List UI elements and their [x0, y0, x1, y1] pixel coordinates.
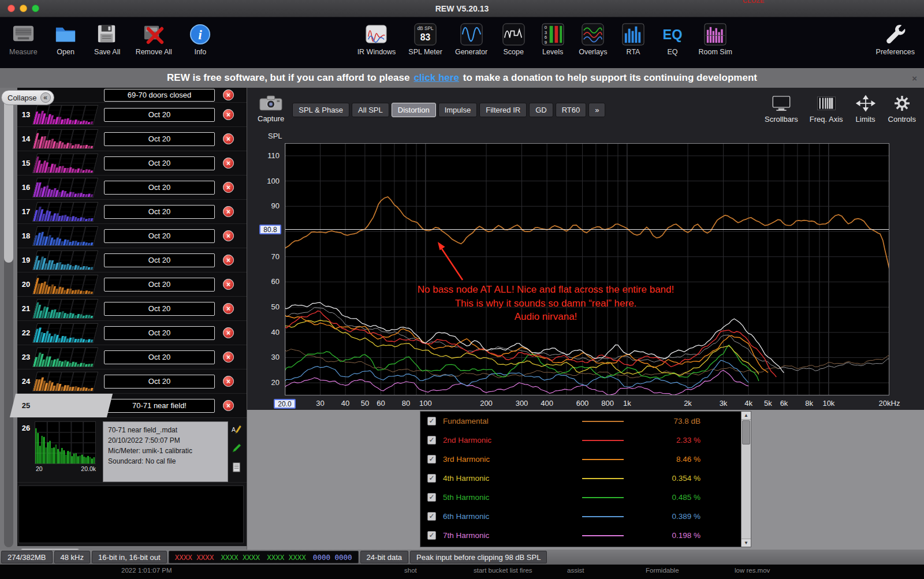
- delete-measurement-button[interactable]: ×: [223, 279, 234, 290]
- measurement-row-17[interactable]: 17Oct 20×: [17, 200, 247, 224]
- measurement-name-field[interactable]: Oct 20: [104, 375, 215, 389]
- checkbox-checked-icon[interactable]: ✓: [427, 417, 436, 425]
- measurement-name-field[interactable]: Oct 20: [104, 108, 215, 122]
- delete-measurement-button[interactable]: ×: [223, 206, 234, 217]
- toolbar-open[interactable]: Open: [53, 21, 79, 56]
- delete-measurement-button[interactable]: ×: [223, 303, 234, 314]
- checkbox-checked-icon[interactable]: ✓: [427, 455, 436, 464]
- toolbar-label: Info: [194, 48, 206, 56]
- measurement-name-field[interactable]: Oct 20: [104, 181, 215, 195]
- toolbar-overlays[interactable]: Overlays: [579, 21, 607, 56]
- legend-row-5th-harmonic[interactable]: ✓5th Harmonic0.485 %: [420, 488, 741, 507]
- legend-row-4th-harmonic[interactable]: ✓4th Harmonic0.354 %: [420, 469, 741, 488]
- measurement-row-14[interactable]: 14Oct 20×: [17, 127, 247, 151]
- checkbox-checked-icon[interactable]: ✓: [427, 531, 436, 540]
- toolbar-ir-windows[interactable]: IR Windows: [357, 21, 396, 56]
- delete-measurement-button[interactable]: ×: [223, 352, 234, 363]
- measurement-row-13[interactable]: 13Oct 20×: [17, 103, 247, 127]
- scrollbars-button[interactable]: Scrollbars: [765, 95, 798, 124]
- measurement-row-21[interactable]: 21Oct 20×: [17, 297, 247, 321]
- checkbox-checked-icon[interactable]: ✓: [427, 493, 436, 502]
- limits-button[interactable]: Limits: [855, 95, 877, 124]
- toolbar-info[interactable]: iInfo: [187, 21, 214, 56]
- measurement-row-22[interactable]: 22Oct 20×: [17, 321, 247, 345]
- measurement-name-field[interactable]: 69-70 doors closed: [104, 89, 215, 102]
- measurement-name-field[interactable]: Oct 20: [104, 350, 215, 364]
- delete-measurement-button[interactable]: ×: [223, 255, 234, 266]
- measurement-row-16[interactable]: 16Oct 20×: [17, 175, 247, 200]
- tab-distortion[interactable]: Distortion: [392, 103, 436, 117]
- close-window-button[interactable]: [8, 5, 15, 12]
- toolbar-rta[interactable]: RTA: [620, 21, 647, 56]
- scroll-down-icon[interactable]: ▼: [742, 539, 751, 547]
- measurement-name-field[interactable]: Oct 20: [104, 205, 215, 219]
- tab-rt60[interactable]: RT60: [556, 103, 587, 117]
- delete-measurement-button[interactable]: ×: [223, 230, 234, 241]
- measurement-name-field[interactable]: Oct 20: [104, 278, 215, 292]
- measurement-name-field[interactable]: Oct 20: [104, 229, 215, 243]
- measurement-row-24[interactable]: 24Oct 20×: [17, 369, 247, 394]
- pencil-a-icon[interactable]: A: [231, 424, 242, 437]
- legend-row-fundamental[interactable]: ✓Fundamental73.8 dB: [420, 412, 741, 431]
- measurement-name-field[interactable]: Oct 20: [104, 302, 215, 316]
- delete-measurement-button[interactable]: ×: [223, 182, 234, 193]
- checkbox-checked-icon[interactable]: ✓: [427, 512, 436, 521]
- checkbox-checked-icon[interactable]: ✓: [427, 436, 436, 444]
- notes-icon[interactable]: [231, 462, 242, 475]
- toolbar-remove-all[interactable]: Remove All: [136, 21, 172, 56]
- delete-measurement-button[interactable]: ×: [223, 327, 234, 338]
- measurement-row-20[interactable]: 20Oct 20×: [17, 272, 247, 297]
- toolbar-levels[interactable]: 0369Levels: [539, 21, 566, 56]
- toolbar-save-all[interactable]: Save All: [94, 21, 121, 56]
- tab-impulse[interactable]: Impulse: [438, 103, 478, 117]
- donation-link[interactable]: click here: [413, 72, 459, 84]
- capture-button[interactable]: Capture: [258, 95, 284, 123]
- measurement-row-18[interactable]: 18Oct 20×: [17, 224, 247, 248]
- distortion-chart[interactable]: [285, 143, 889, 395]
- legend-row-3rd-harmonic[interactable]: ✓3rd Harmonic8.46 %: [420, 450, 741, 469]
- delete-measurement-button[interactable]: ×: [223, 133, 234, 144]
- tab-item[interactable]: »: [588, 103, 605, 117]
- legend-row-2nd-harmonic[interactable]: ✓2nd Harmonic2.33 %: [420, 431, 741, 450]
- scrollbar-thumb[interactable]: [4, 95, 13, 263]
- controls-button[interactable]: Controls: [888, 95, 916, 124]
- measurement-row-23[interactable]: 23Oct 20×: [17, 345, 247, 369]
- tab-gd[interactable]: GD: [529, 103, 553, 117]
- scrollbar-thumb[interactable]: [742, 420, 750, 444]
- banner-close-icon[interactable]: ×: [912, 73, 917, 83]
- toolbar-preferences[interactable]: Preferences: [876, 21, 915, 56]
- checkbox-checked-icon[interactable]: ✓: [427, 474, 436, 483]
- measurement-row-15[interactable]: 15Oct 20×: [17, 151, 247, 175]
- measurement-row-19[interactable]: 19Oct 20×: [17, 248, 247, 272]
- delete-measurement-button[interactable]: ×: [223, 400, 234, 411]
- pencil-icon[interactable]: [231, 443, 242, 456]
- scroll-up-icon[interactable]: ▲: [742, 412, 751, 420]
- measurement-row-25[interactable]: 2570-71 near field!×: [17, 394, 247, 418]
- legend-row-6th-harmonic[interactable]: ✓6th Harmonic0.389 %: [420, 507, 741, 526]
- tab-filtered-ir[interactable]: Filtered IR: [479, 103, 527, 117]
- delete-measurement-button[interactable]: ×: [223, 376, 234, 387]
- measurement-name-field[interactable]: 70-71 near field!: [104, 399, 215, 413]
- sidebar-scrollbar[interactable]: [0, 88, 17, 550]
- legend-row-7th-harmonic[interactable]: ✓7th Harmonic0.198 %: [420, 526, 741, 545]
- zoom-window-button[interactable]: [32, 5, 39, 12]
- measurement-name-field[interactable]: Oct 20: [104, 132, 215, 146]
- measurement-name-field[interactable]: Oct 20: [104, 156, 215, 170]
- toolbar-generator[interactable]: Generator: [455, 21, 487, 56]
- toolbar-measure[interactable]: Measure: [9, 21, 38, 56]
- measurement-name-field[interactable]: Oct 20: [104, 253, 215, 267]
- collapse-sidebar-button[interactable]: Collapse «: [1, 90, 54, 105]
- measurement-name-field[interactable]: Oct 20: [104, 326, 215, 340]
- legend-scrollbar[interactable]: ▲ ▼: [741, 412, 751, 547]
- toolbar-scope[interactable]: Scope: [500, 21, 527, 56]
- delete-measurement-button[interactable]: ×: [223, 89, 234, 100]
- minimize-window-button[interactable]: [20, 5, 27, 12]
- freq-axis-button[interactable]: Freq. Axis: [810, 95, 843, 124]
- toolbar-spl-meter[interactable]: dB SPL83SPL Meter: [408, 21, 442, 56]
- tab-all-spl[interactable]: All SPL: [352, 103, 389, 117]
- delete-measurement-button[interactable]: ×: [223, 158, 234, 169]
- toolbar-room-sim[interactable]: Room Sim: [699, 21, 732, 56]
- delete-measurement-button[interactable]: ×: [223, 109, 234, 120]
- toolbar-eq[interactable]: EQEQ: [660, 21, 686, 56]
- tab-spl-phase[interactable]: SPL & Phase: [292, 103, 349, 117]
